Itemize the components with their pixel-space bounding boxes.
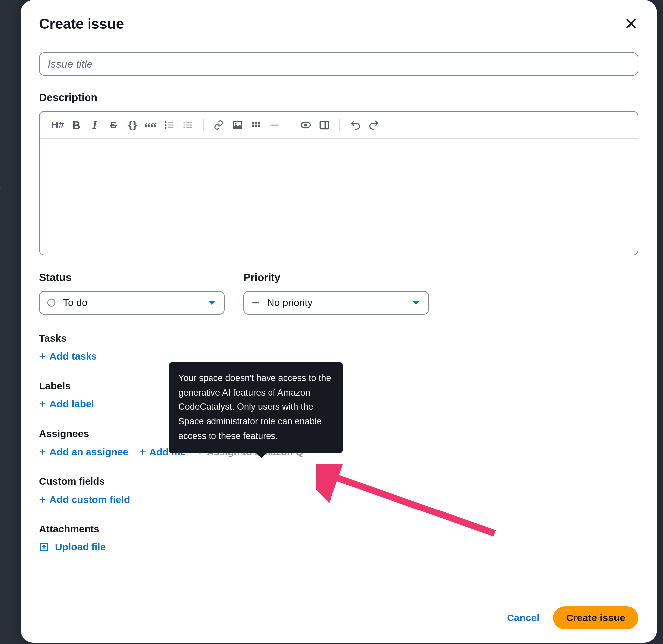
svg-rect-11 [186,128,192,129]
svg-rect-7 [186,121,192,122]
plus-icon: + [39,398,46,410]
svg-rect-20 [270,124,279,126]
amazon-q-tooltip: Your space doesn't have access to the ge… [169,362,343,453]
side-panel-icon[interactable] [315,118,333,132]
svg-point-25 [48,299,55,306]
undo-icon[interactable] [346,118,364,132]
quote-icon[interactable]: ““ [141,118,160,132]
add-tasks-button[interactable]: + Add tasks [39,350,639,362]
svg-point-2 [165,124,167,126]
svg-rect-16 [258,121,260,124]
svg-point-4 [165,127,167,129]
link-icon[interactable] [209,118,228,132]
plus-icon: + [39,446,46,458]
status-select[interactable]: To do [39,291,225,315]
chevron-down-icon [412,301,420,305]
description-editor: H# B I S { } ““ [39,111,639,255]
attachments-label: Attachments [39,523,639,535]
plus-icon: + [39,493,46,506]
editor-toolbar: H# B I S { } ““ [40,112,638,139]
tasks-label: Tasks [39,332,639,344]
add-custom-field-button[interactable]: + Add custom field [39,493,639,506]
toolbar-separator [290,119,290,131]
toolbar-separator [339,119,340,131]
svg-rect-26 [252,302,259,303]
svg-rect-8 [184,124,185,125]
svg-rect-9 [186,124,192,125]
svg-point-13 [235,123,237,124]
custom-fields-label: Custom fields [39,476,639,487]
priority-value: No priority [267,297,313,308]
svg-rect-5 [168,128,173,129]
upload-file-button[interactable]: Upload file [39,541,639,553]
svg-point-22 [304,123,307,127]
table-icon[interactable] [247,118,265,132]
status-value: To do [63,297,87,308]
backdrop-text: our [0,184,1,198]
priority-label: Priority [243,271,429,283]
svg-rect-1 [168,121,173,122]
chevron-down-icon [208,301,216,305]
modal-header: Create issue ✕ [39,15,639,32]
heading-icon[interactable]: H# [48,118,67,132]
code-icon[interactable]: { } [123,118,141,132]
modal-footer: Cancel Create issue [39,593,639,629]
divider-icon[interactable] [265,118,284,132]
add-assignee-button[interactable]: + Add an assignee [39,446,128,458]
description-label: Description [39,91,639,104]
plus-icon: + [39,350,46,362]
svg-rect-18 [255,124,257,127]
status-todo-icon [47,298,56,307]
svg-rect-6 [184,121,185,122]
svg-point-0 [165,121,167,123]
modal-title: Create issue [39,16,124,32]
strikethrough-icon[interactable]: S [104,118,123,132]
svg-rect-17 [252,124,255,127]
issue-title-input[interactable] [39,52,639,75]
image-icon[interactable] [228,118,247,132]
cancel-button[interactable]: Cancel [507,612,539,623]
create-issue-modal: Create issue ✕ Description H# B I S { } … [21,0,657,643]
svg-rect-10 [184,128,185,129]
preview-icon[interactable] [296,118,315,132]
upload-icon [39,542,49,552]
plus-icon: + [139,446,146,458]
italic-icon[interactable]: I [86,118,104,132]
ordered-list-icon[interactable] [178,118,197,132]
priority-select[interactable]: No priority [243,291,429,315]
create-issue-button[interactable]: Create issue [553,606,639,629]
no-priority-icon [251,298,260,307]
svg-rect-15 [255,121,257,124]
svg-rect-19 [258,124,260,127]
svg-rect-23 [320,121,329,129]
svg-rect-14 [252,121,255,124]
close-icon[interactable]: ✕ [624,15,639,32]
bullet-list-icon[interactable] [160,118,178,132]
redo-icon[interactable] [364,118,383,132]
description-textarea[interactable] [40,139,638,255]
bold-icon[interactable]: B [67,118,86,132]
svg-rect-3 [168,124,173,125]
toolbar-separator [203,119,203,131]
status-label: Status [39,271,225,283]
